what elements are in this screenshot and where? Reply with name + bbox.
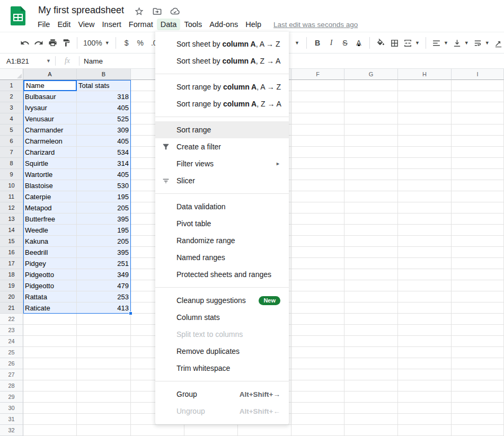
cell-h32[interactable]	[398, 425, 452, 436]
menu-item-sort-range[interactable]: Sort range	[155, 121, 289, 138]
cell-f29[interactable]	[291, 391, 344, 403]
cell-i23[interactable]	[452, 325, 504, 336]
menu-item-cleanup-suggestions[interactable]: Cleanup suggestionsNew	[155, 292, 289, 309]
cell-a14[interactable]: Weedle	[23, 225, 77, 236]
cell-h31[interactable]	[398, 414, 452, 425]
menubar-item-format[interactable]: Format	[125, 19, 157, 30]
cell-f15[interactable]	[291, 236, 344, 247]
font-size-caret[interactable]: ▼	[289, 35, 303, 50]
cell-b24[interactable]	[77, 336, 131, 347]
cell-i1[interactable]	[452, 80, 504, 91]
cell-h6[interactable]	[398, 136, 452, 147]
cell-h26[interactable]	[398, 358, 452, 369]
cell-i6[interactable]	[452, 136, 504, 147]
row-header-3[interactable]: 3	[0, 102, 23, 113]
cell-g21[interactable]	[344, 302, 398, 314]
row-header-26[interactable]: 26	[0, 358, 23, 369]
cell-g12[interactable]	[344, 202, 398, 213]
last-edit-link[interactable]: Last edit was seconds ago	[273, 21, 358, 29]
text-color-button[interactable]: A	[352, 35, 366, 50]
menu-item-sort-sheet-az[interactable]: Sort sheet by column A, A → Z	[155, 35, 289, 52]
cell-h3[interactable]	[398, 102, 452, 113]
cell-g1[interactable]	[344, 80, 398, 91]
cell-b21[interactable]: 413	[77, 302, 131, 314]
cell-a19[interactable]: Pidgeotto	[23, 280, 77, 291]
cell-b18[interactable]: 349	[77, 269, 131, 280]
row-header-27[interactable]: 27	[0, 369, 23, 380]
cell-f30[interactable]	[291, 403, 344, 414]
cell-f2[interactable]	[291, 91, 344, 102]
name-box[interactable]: A1:B21 ▼	[0, 54, 55, 68]
cell-b12[interactable]: 205	[77, 202, 131, 213]
cell-g19[interactable]	[344, 280, 398, 291]
cell-i3[interactable]	[452, 102, 504, 113]
cell-a32[interactable]	[23, 425, 77, 436]
cell-i2[interactable]	[452, 91, 504, 102]
menu-item-sort-range-za[interactable]: Sort range by column A, Z → A	[155, 95, 289, 112]
cell-d32[interactable]	[184, 425, 238, 436]
row-header-11[interactable]: 11	[0, 191, 23, 202]
column-header-i[interactable]: I	[452, 69, 504, 80]
move-folder-icon[interactable]	[152, 6, 162, 16]
cell-a6[interactable]: Charmeleon	[23, 136, 77, 147]
cell-f1[interactable]	[291, 80, 344, 91]
cell-b15[interactable]: 205	[77, 236, 131, 247]
cell-g25[interactable]	[344, 347, 398, 358]
row-header-6[interactable]: 6	[0, 136, 23, 147]
cell-h17[interactable]	[398, 258, 452, 269]
cell-b27[interactable]	[77, 369, 131, 380]
menu-item-create-a-filter[interactable]: Create a filter	[155, 138, 289, 155]
cell-h1[interactable]	[398, 80, 452, 91]
cell-g24[interactable]	[344, 336, 398, 347]
menubar-item-edit[interactable]: Edit	[54, 19, 74, 30]
row-header-15[interactable]: 15	[0, 236, 23, 247]
cell-a29[interactable]	[23, 391, 77, 403]
cell-g29[interactable]	[344, 391, 398, 403]
cell-h11[interactable]	[398, 191, 452, 202]
cell-f32[interactable]	[291, 425, 344, 436]
cell-a31[interactable]	[23, 414, 77, 425]
cell-h30[interactable]	[398, 403, 452, 414]
cell-a8[interactable]: Squirtle	[23, 158, 77, 169]
cell-f6[interactable]	[291, 136, 344, 147]
cell-i7[interactable]	[452, 147, 504, 158]
cell-i14[interactable]	[452, 225, 504, 236]
cell-a28[interactable]	[23, 380, 77, 391]
cell-f22[interactable]	[291, 314, 344, 325]
cell-i13[interactable]	[452, 213, 504, 225]
chevron-down-icon[interactable]: ▼	[46, 58, 51, 64]
fill-color-button[interactable]	[374, 35, 387, 50]
cell-i16[interactable]	[452, 247, 504, 258]
cell-a5[interactable]: Charmander	[23, 124, 77, 136]
menu-item-named-ranges[interactable]: Named ranges	[155, 249, 289, 266]
cell-b8[interactable]: 314	[77, 158, 131, 169]
cell-i12[interactable]	[452, 202, 504, 213]
cell-f12[interactable]	[291, 202, 344, 213]
cell-f21[interactable]	[291, 302, 344, 314]
borders-button[interactable]	[387, 35, 401, 50]
cell-i15[interactable]	[452, 236, 504, 247]
column-header-b[interactable]: B	[77, 69, 131, 80]
cell-h12[interactable]	[398, 202, 452, 213]
cell-g18[interactable]	[344, 269, 398, 280]
cell-a24[interactable]	[23, 336, 77, 347]
cell-i31[interactable]	[452, 414, 504, 425]
cell-i19[interactable]	[452, 280, 504, 291]
cell-a17[interactable]: Pidgey	[23, 258, 77, 269]
cell-f9[interactable]	[291, 169, 344, 180]
column-header-h[interactable]: H	[398, 69, 452, 80]
cloud-check-icon[interactable]	[170, 6, 180, 16]
cell-a12[interactable]: Metapod	[23, 202, 77, 213]
cell-b29[interactable]	[77, 391, 131, 403]
cell-g22[interactable]	[344, 314, 398, 325]
cell-a21[interactable]: Raticate	[23, 302, 77, 314]
cell-g13[interactable]	[344, 213, 398, 225]
cell-i26[interactable]	[452, 358, 504, 369]
cell-i20[interactable]	[452, 291, 504, 302]
cell-a4[interactable]: Venusaur	[23, 113, 77, 124]
cell-g32[interactable]	[344, 425, 398, 436]
row-header-10[interactable]: 10	[0, 180, 23, 191]
cell-f13[interactable]	[291, 213, 344, 225]
cell-a1[interactable]: Name	[23, 80, 77, 91]
cell-f5[interactable]	[291, 124, 344, 136]
